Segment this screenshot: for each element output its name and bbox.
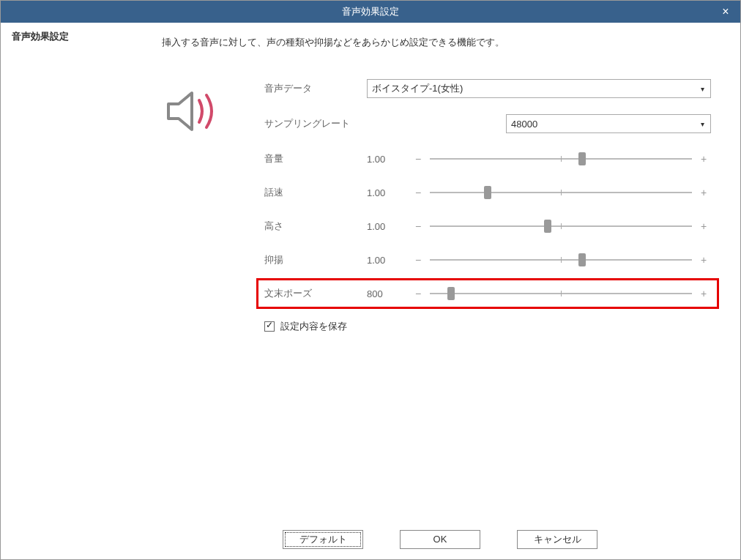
pitch-slider-thumb[interactable]	[544, 220, 551, 233]
voice-data-row: 音声データ ボイスタイプ-1(女性) ▾	[264, 78, 711, 99]
endpause-label: 文末ポーズ	[264, 287, 367, 300]
cancel-button[interactable]: キャンセル	[517, 530, 597, 549]
endpause-value: 800	[367, 288, 411, 299]
content-area: 音声効果設定 挿入する音声に対して、声の種類や抑揚などをあらかじめ設定できる機能…	[1, 23, 740, 559]
dialog-body: 音声効果設定 挿入する音声に対して、声の種類や抑揚などをあらかじめ設定できる機能…	[1, 23, 740, 559]
volume-label: 音量	[264, 152, 367, 165]
sampling-rate-row: サンプリングレート 48000 ▾	[264, 113, 711, 134]
voice-data-value: ボイスタイプ-1(女性)	[372, 82, 463, 95]
chevron-down-icon: ▾	[696, 81, 709, 96]
sampling-rate-label: サンプリングレート	[264, 117, 367, 130]
voice-data-select[interactable]: ボイスタイプ-1(女性) ▾	[367, 79, 711, 98]
speed-minus-button[interactable]: −	[411, 187, 425, 198]
dialog: 音声効果設定 × 音声効果設定 挿入する音声に対して、声の種類や抑揚などをあらか…	[0, 0, 741, 560]
volume-row: 音量1.00−+	[264, 149, 711, 169]
pitch-slider[interactable]	[430, 219, 692, 234]
intonation-slider[interactable]	[430, 253, 692, 267]
speed-row: 話速1.00−+	[264, 182, 711, 203]
endpause-plus-button[interactable]: +	[696, 288, 711, 299]
volume-slider-thumb[interactable]	[578, 152, 586, 165]
close-button[interactable]: ×	[711, 1, 740, 23]
speed-label: 話速	[264, 186, 367, 199]
dialog-title: 音声効果設定	[342, 5, 399, 18]
voice-data-label: 音声データ	[264, 82, 367, 95]
sampling-rate-select[interactable]: 48000 ▾	[506, 114, 711, 133]
intonation-minus-button[interactable]: −	[411, 254, 425, 266]
sidebar-tab-label: 音声効果設定	[12, 31, 69, 42]
default-button-label: デフォルト	[299, 533, 347, 546]
endpause-slider[interactable]	[430, 286, 692, 301]
save-settings-checkbox[interactable]	[264, 321, 275, 332]
titlebar: 音声効果設定 ×	[1, 1, 740, 23]
speed-slider[interactable]	[430, 185, 692, 200]
speed-slider-thumb[interactable]	[484, 186, 491, 199]
volume-plus-button[interactable]: +	[696, 153, 711, 165]
pitch-label: 高さ	[264, 220, 367, 233]
endpause-row: 文末ポーズ800−+	[264, 283, 711, 304]
intonation-value: 1.00	[367, 255, 411, 266]
sampling-rate-value: 48000	[511, 119, 537, 130]
default-button[interactable]: デフォルト	[283, 530, 363, 549]
volume-value: 1.00	[367, 154, 411, 165]
sidebar-tab-audio-effect[interactable]: 音声効果設定	[1, 23, 141, 51]
settings-form: 音声データ ボイスタイプ-1(女性) ▾ サンプリングレート 48000	[228, 78, 711, 333]
ok-button-label: OK	[433, 534, 447, 545]
close-icon: ×	[722, 5, 729, 18]
pitch-value: 1.00	[367, 221, 411, 232]
settings-row: 音声データ ボイスタイプ-1(女性) ▾ サンプリングレート 48000	[162, 78, 711, 333]
pitch-row: 高さ1.00−+	[264, 216, 711, 236]
description-text: 挿入する音声に対して、声の種類や抑揚などをあらかじめ設定できる機能です。	[162, 36, 711, 49]
button-bar: デフォルト OK キャンセル	[140, 519, 740, 559]
intonation-slider-thumb[interactable]	[578, 253, 586, 266]
endpause-minus-button[interactable]: −	[411, 288, 425, 299]
intonation-plus-button[interactable]: +	[696, 254, 711, 266]
endpause-highlight: 文末ポーズ800−+	[256, 278, 719, 309]
volume-minus-button[interactable]: −	[411, 153, 425, 165]
save-settings-row: 設定内容を保存	[264, 320, 711, 333]
pitch-minus-button[interactable]: −	[411, 220, 425, 232]
speed-value: 1.00	[367, 187, 411, 198]
pitch-plus-button[interactable]: +	[696, 220, 711, 232]
sidebar: 音声効果設定	[1, 23, 140, 559]
cancel-button-label: キャンセル	[534, 533, 581, 546]
intonation-row: 抑揚1.00−+	[264, 250, 711, 270]
chevron-down-icon: ▾	[696, 116, 709, 131]
intonation-label: 抑揚	[264, 253, 367, 266]
main-panel: 挿入する音声に対して、声の種類や抑揚などをあらかじめ設定できる機能です。	[140, 23, 740, 559]
ok-button[interactable]: OK	[400, 530, 480, 549]
save-settings-label: 設定内容を保存	[280, 320, 347, 333]
volume-slider[interactable]	[430, 152, 692, 166]
speaker-icon	[162, 78, 228, 137]
endpause-slider-thumb[interactable]	[447, 287, 455, 300]
speed-plus-button[interactable]: +	[696, 187, 711, 198]
